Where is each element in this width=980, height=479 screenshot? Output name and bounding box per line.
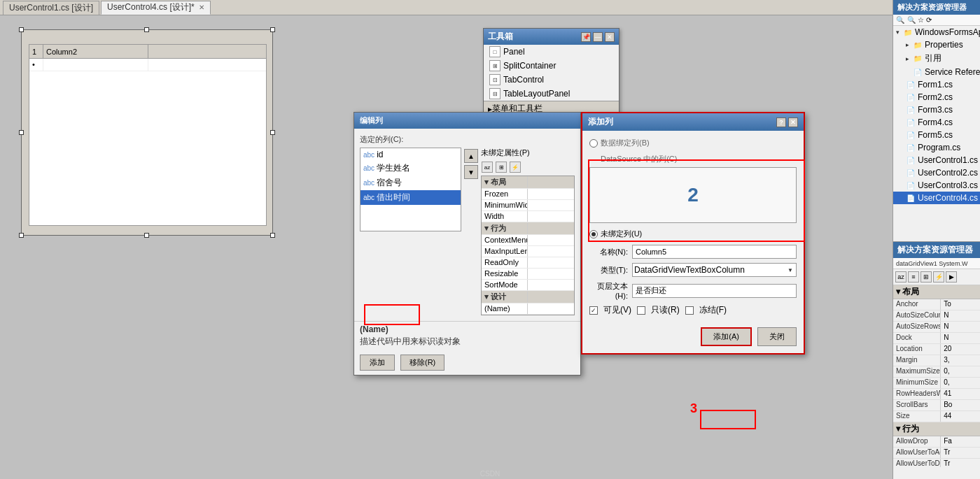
- resize-handle-tl[interactable]: [19, 27, 24, 32]
- tree-item-uc4[interactable]: 📄 UserControl4.cs: [893, 192, 980, 204]
- add-col-close-button[interactable]: ✕: [788, 117, 798, 127]
- radio-datasource[interactable]: [589, 139, 598, 148]
- resize-handle-bl[interactable]: [19, 233, 24, 238]
- toolbox-item-splitcontainer[interactable]: ⊞ SplitContainer: [484, 59, 619, 73]
- tree-item-form4[interactable]: 📄 Form4.cs: [893, 116, 980, 129]
- tree-item-form5[interactable]: 📄 Form5.cs: [893, 129, 980, 141]
- add-col-help-button[interactable]: ?: [776, 117, 786, 127]
- resize-handle-tm[interactable]: [144, 27, 149, 32]
- area-num: 2: [687, 184, 699, 206]
- props-tool-list[interactable]: ≡: [908, 271, 919, 283]
- tree-arrow-refs: ▸: [906, 55, 913, 62]
- props-tool-more[interactable]: ▶: [946, 271, 957, 283]
- tree-item-form3[interactable]: 📄 Form3.cs: [893, 103, 980, 116]
- tree-item-program[interactable]: 📄 Program.cs: [893, 141, 980, 154]
- props-panel-title: 解决方案资源管理器: [893, 242, 980, 258]
- add-col-titlebar: 添加列 ? ✕: [582, 113, 804, 131]
- toolbox-close-button[interactable]: ✕: [605, 32, 615, 42]
- props-tool-az[interactable]: az: [895, 271, 906, 283]
- toolbox-controls: 📌 — ✕: [581, 32, 615, 42]
- tree-item-service-ref[interactable]: 📄 Service Reference: [893, 66, 980, 78]
- close-button[interactable]: 关闭: [757, 327, 797, 346]
- splitcontainer-icon: ⊞: [489, 60, 500, 71]
- prop-width: Width: [482, 211, 574, 222]
- tab-usercontrol4[interactable]: UserControl4.cs [设计]* ✕: [101, 1, 211, 15]
- props-az-btn[interactable]: az: [482, 162, 493, 173]
- tab-usercontrol1[interactable]: UserControl1.cs [设计]: [3, 1, 99, 15]
- prop-minwidth: MinimumWidth: [482, 200, 574, 211]
- tree-item-properties[interactable]: ▸ 📁 Properties: [893, 38, 980, 51]
- add-col-title: 添加列: [588, 116, 613, 128]
- toolbox-pin-button[interactable]: 📌: [581, 32, 591, 42]
- frozen-checkbox[interactable]: [685, 306, 694, 315]
- headertext-input[interactable]: [632, 284, 797, 298]
- visible-label: 可见(V): [603, 304, 631, 316]
- radio-datasource-label: 数据绑定列(B): [601, 138, 650, 148]
- add-col-dialog: 添加列 ? ✕ 数据绑定列(B) DataSource 中的列(C) 2 未绑定…: [581, 112, 805, 355]
- col-list[interactable]: abc id abc 学生姓名 abc 宿舍号 abc 借出时间: [360, 148, 461, 231]
- tree-item-refs[interactable]: ▸ 📁 引用: [893, 51, 980, 66]
- move-down-button[interactable]: ▼: [464, 165, 478, 179]
- move-up-button[interactable]: ▲: [464, 149, 478, 163]
- props-row-allowaddrow: AllowUserToAddR Tr: [893, 448, 980, 459]
- props-event-btn[interactable]: ⚡: [510, 162, 521, 173]
- props-toolbar: az ≡ ⊞ ⚡ ▶: [893, 269, 980, 285]
- col-item-dorm[interactable]: abc 宿舍号: [360, 176, 461, 190]
- frozen-label: 冻结(F): [699, 304, 727, 316]
- remove-col-button[interactable]: 移除(R): [400, 355, 444, 371]
- prop-list[interactable]: ▾ 布局 Frozen MinimumWidth Width: [481, 176, 575, 315]
- resize-handle-br[interactable]: [270, 233, 275, 238]
- readonly-label: 只读(R): [651, 304, 680, 316]
- resize-handle-bm[interactable]: [144, 233, 149, 238]
- toolbox-item-panel[interactable]: □ Panel: [484, 45, 619, 59]
- props-section-behavior: ▾ 行为: [893, 422, 980, 436]
- props-section-expand-behavior: ▾: [896, 424, 902, 434]
- visible-checkbox[interactable]: ✓: [589, 306, 598, 315]
- file-icon-form4: 📄: [906, 117, 916, 127]
- tree-item-form2[interactable]: 📄 Form2.cs: [893, 91, 980, 103]
- readonly-checkbox[interactable]: [637, 306, 645, 315]
- file-icon-uc4: 📄: [906, 193, 916, 203]
- datagrid-row: •: [29, 59, 266, 71]
- tree-item-root[interactable]: ▾ 📁 WindowsFormsApp: [893, 26, 980, 38]
- uc-canvas[interactable]: 1 Column2 •: [21, 29, 273, 236]
- datagrid-cell-empty: [43, 59, 148, 71]
- type-select-arrow: ▼: [788, 267, 794, 273]
- resize-handle-tr[interactable]: [270, 27, 275, 32]
- radio-datasource-row: 数据绑定列(B): [589, 138, 797, 148]
- toolbox-minimize-button[interactable]: —: [593, 32, 603, 42]
- toolbox-item-tablelayout[interactable]: ⊟ TableLayoutPanel: [484, 87, 619, 101]
- col-item-id[interactable]: abc id: [360, 148, 461, 161]
- tree-item-form1[interactable]: 📄 Form1.cs: [893, 78, 980, 91]
- add-button[interactable]: 添加(A): [701, 327, 752, 346]
- col-item-time[interactable]: abc 借出时间: [360, 190, 461, 205]
- props-tool-grid[interactable]: ⊞: [920, 271, 932, 283]
- prop-name: (Name): [482, 303, 574, 315]
- tree-item-uc3[interactable]: 📄 UserControl3.cs: [893, 179, 980, 192]
- add-col-button[interactable]: 添加: [360, 355, 395, 371]
- solution-explorer-title: 解决方案资源管理器: [893, 0, 980, 15]
- props-row-autosizerows: AutoSizeRowsMoc N: [893, 322, 980, 333]
- solution-search-icon: 🔍: [896, 16, 904, 24]
- form-row-type: 类型(T): DataGridViewTextBoxColumn ▼: [589, 263, 797, 277]
- props-row-autosizecols: AutoSizeColumnsM N: [893, 310, 980, 322]
- name-input[interactable]: [632, 245, 797, 259]
- toolbox-item-tabcontrol[interactable]: ⊡ TabControl: [484, 73, 619, 87]
- props-tool-event[interactable]: ⚡: [933, 271, 944, 283]
- panel-icon: □: [489, 46, 500, 57]
- radio-unbound[interactable]: [589, 230, 598, 238]
- resize-handle-mr[interactable]: [270, 130, 275, 135]
- col-item-name[interactable]: abc 学生姓名: [360, 161, 461, 176]
- tree-item-uc2[interactable]: 📄 UserControl2.cs: [893, 166, 980, 179]
- tab-close-button[interactable]: ✕: [199, 3, 204, 11]
- toolbox-title: 工具箱: [488, 31, 513, 43]
- datagrid-header-cell-col2: Column2: [43, 45, 148, 58]
- type-select[interactable]: DataGridViewTextBoxColumn ▼: [632, 263, 797, 277]
- add-col-footer: 添加(A) 关闭: [582, 323, 804, 353]
- tree-item-uc1[interactable]: 📄 UserControl1.cs: [893, 154, 980, 166]
- prop-frozen: Frozen: [482, 189, 574, 200]
- form-row-headertext: 页层文本(H):: [589, 281, 797, 300]
- props-grid-btn[interactable]: ⊞: [496, 162, 507, 173]
- solution-root: 🔍 🔍 ☆ ⟳: [893, 15, 980, 26]
- resize-handle-ml[interactable]: [19, 130, 24, 135]
